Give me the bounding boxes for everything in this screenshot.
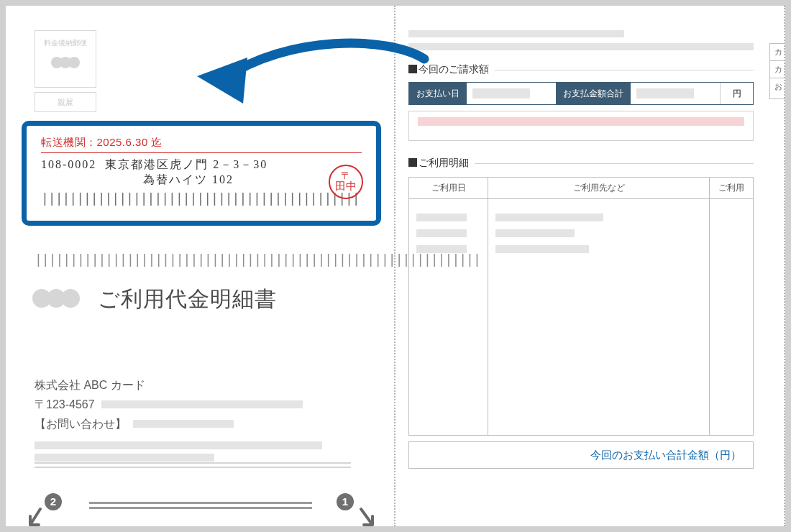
document-title-row: ご利用代金明細書 — [35, 285, 277, 314]
usage-detail-table: ご利用日 ご利用先など ご利用 — [408, 177, 754, 436]
detail-section-header: ご利用明細 — [408, 157, 754, 170]
right-panel: 今回のご請求額 お支払い日 お支払金額合計 円 ご利用明細 ご利用日 ご利用先な… — [408, 6, 785, 526]
callout-arrow-icon — [173, 29, 446, 129]
arrow-down-left-icon — [26, 505, 52, 526]
confidential-label: 親展 — [35, 92, 96, 112]
forwarding-notice: 転送機関：2025.6.30 迄 — [41, 136, 362, 150]
bill-section-header: 今回のご請求額 — [408, 63, 754, 76]
alert-placeholder — [418, 117, 744, 126]
payment-summary-bar: お支払い日 お支払金額合計 円 — [408, 82, 754, 105]
placeholder-line — [35, 441, 322, 449]
total-label: 今回のお支払い合計金額（円） — [590, 449, 741, 462]
section-rule — [475, 163, 754, 164]
postage-logo-icon — [35, 57, 96, 68]
footer-rule — [89, 502, 312, 509]
company-postal: 〒123-4567 — [35, 395, 95, 414]
company-logo-icon — [35, 289, 78, 311]
placeholder-line — [416, 214, 467, 221]
placeholder-line — [101, 400, 303, 408]
postage-stamp-box: 料金後納郵便 — [35, 30, 96, 88]
table-header-row: ご利用日 ご利用先など ご利用 — [409, 178, 753, 199]
total-amount-box: 今回のお支払い合計金額（円） — [408, 441, 754, 469]
address-highlight-box: 転送機関：2025.6.30 迄 108-0002 東京都港区虎ノ門 2－3－3… — [22, 121, 381, 226]
section-rule — [495, 70, 754, 70]
placeholder-line — [495, 229, 575, 237]
arrow-down-right-icon — [355, 505, 381, 526]
document-title: ご利用代金明細書 — [98, 285, 277, 314]
yen-unit-label: 円 — [720, 83, 753, 104]
placeholder-line — [495, 214, 603, 221]
placeholder-line — [416, 229, 467, 237]
side-info-box: カ カ お — [769, 43, 785, 99]
postage-label: 料金後納郵便 — [35, 38, 96, 48]
col-header-merchant: ご利用先など — [488, 178, 710, 198]
double-rule — [35, 462, 351, 468]
placeholder-line — [472, 88, 530, 98]
placeholder-line — [35, 454, 214, 462]
placeholder-line — [495, 245, 589, 253]
placeholder-line — [133, 420, 234, 428]
company-info-block: 株式会社 ABC カード 〒123-4567 【お問い合わせ】 — [35, 375, 351, 462]
address-line-1: 108-0002 東京都港区虎ノ門 2－3－30 — [41, 157, 362, 173]
placeholder-line — [636, 88, 694, 98]
contact-label: 【お問い合わせ】 — [35, 414, 127, 434]
alert-box — [408, 111, 754, 141]
side-row: カ — [770, 61, 785, 78]
placeholder-line — [408, 43, 754, 50]
table-body — [409, 199, 753, 435]
pay-total-label: お支払金額合計 — [556, 83, 631, 104]
fold-marker-1: 1 — [337, 493, 354, 510]
square-bullet-icon — [408, 158, 417, 167]
side-row: カ — [770, 44, 785, 61]
placeholder-line — [416, 245, 467, 253]
document-frame: 料金後納郵便 親展 転送機関：2025.6.30 迄 108-0002 東京都港… — [6, 6, 785, 526]
col-header-date: ご利用日 — [409, 178, 488, 198]
name-stamp-icon: 〒 田中 — [329, 165, 363, 199]
col-header-amount: ご利用 — [710, 178, 753, 198]
forwarding-rule — [41, 152, 362, 153]
company-name: 株式会社 ABC カード — [35, 375, 351, 395]
postal-barcode-1: ||||||||||||||||||||||||||||||||||||||||… — [41, 191, 362, 206]
svg-marker-0 — [197, 58, 247, 104]
side-row: お — [770, 78, 785, 98]
